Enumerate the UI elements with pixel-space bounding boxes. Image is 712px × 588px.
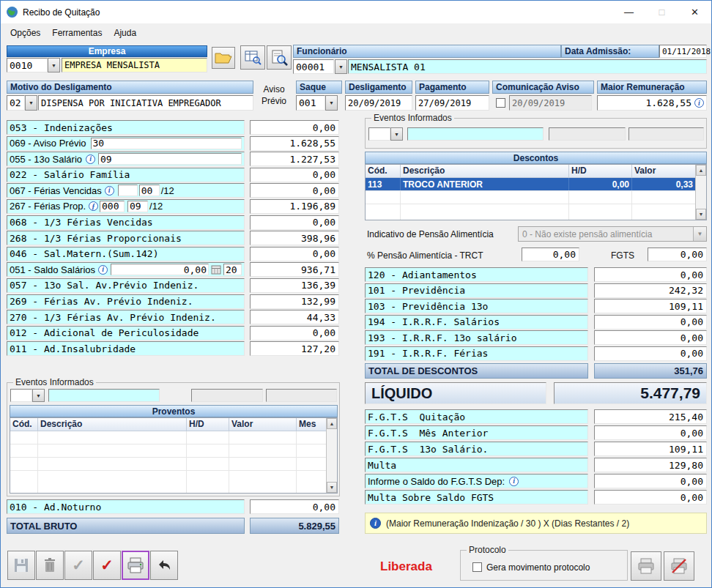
motivo-code-input[interactable]: 02 [7,95,25,111]
protocolo-checkbox[interactable] [472,562,482,572]
ferias-prop-meses-input[interactable]: 000 [100,201,125,212]
descontos-scrollbar[interactable]: ▲ ▼ [695,165,706,220]
saque-input[interactable]: 001 [296,95,325,111]
scroll-up-button[interactable]: ▲ [327,418,337,429]
evento-codigo-spin[interactable]: ▼ [32,389,45,402]
desconto-codigo-input[interactable] [368,127,390,141]
print-button[interactable] [122,551,149,580]
data-admissao-header: Data Admissão: [561,45,659,58]
desligamento-date[interactable]: 20/09/2019 [345,95,412,111]
protocol-print-button[interactable] [631,551,661,581]
avos-suffix: /12 [161,185,174,196]
column-header-cod: Cód. [366,165,401,178]
undo-button[interactable] [150,551,178,580]
search-button[interactable] [267,45,292,70]
maximize-button[interactable]: □ [645,1,678,23]
evento-descricao-input[interactable] [48,389,160,402]
minimize-button[interactable]: — [612,1,645,23]
title-bar: Recibo de Quitação — □ ✕ [1,1,711,23]
verba-row: 268 - 1/3 Férias Proporcionais 398,96 [7,231,339,245]
pagamento-date[interactable]: 27/09/2019 [415,95,489,111]
funcao-icon[interactable]: ƒ [89,201,98,211]
total-bruto-value: 5.829,55 [250,518,339,534]
fgts-label: F.G.T.S Mês Anterior [365,425,588,440]
verba-label: 046 - Sal.Matern.(Sum.142) [7,247,245,261]
ferias-prop-avos-input[interactable]: 09 [127,201,148,212]
verba-label: 270 - 1/3 Férias Av. Prévio Indeniz. [7,310,245,324]
protocol-cancel-button[interactable] [664,551,694,581]
desconto-table-row-selected[interactable]: 113 TROCO ANTERIOR 0,00 0,33 [366,178,695,191]
trash-icon [42,557,57,573]
verba-label-text: 267 - Férias Prop. [10,201,86,212]
info-icon[interactable]: i [694,98,704,108]
close-button[interactable]: ✕ [678,1,711,23]
save-button[interactable] [7,551,35,580]
comunicacao-date[interactable]: 20/09/2019 [509,95,592,111]
delete-button[interactable] [36,551,64,580]
fgts-list: F.G.T.S Quitação 215,40 F.G.T.S Mês Ante… [365,409,707,506]
info-icon[interactable]: i [86,155,95,164]
empresa-code-spin[interactable]: ▼ [48,58,60,72]
report-button[interactable] [240,45,265,70]
ferias-vencidas-meses-input[interactable] [118,185,138,196]
desconto-value: 242,32 [594,283,707,298]
desconto-codigo-spin[interactable]: ▼ [390,127,403,141]
descontos-list: 120 - Adiantamentos 0,00 101 - Previdênc… [365,267,707,362]
menu-item-ferramentas[interactable]: Ferramentas [46,25,108,41]
decimo-avos-input[interactable]: 09 [98,153,242,165]
comunicacao-checkbox[interactable] [496,98,505,108]
data-admissao-value[interactable]: 01/11/2018 [659,45,707,58]
info-icon: i [370,518,381,529]
motivo-code-spin[interactable]: ▼ [25,95,37,111]
floppy-icon [13,557,29,573]
verba-label: 057 - 13o Sal. Av.Prévio Indeniz. [7,278,245,293]
fgts-row: Multa Sobre Saldo FGTS 0,00 [365,490,707,505]
confirm-button-disabled[interactable]: ✓ [64,551,92,580]
menu-bar: Opções Ferramentas Ajuda [1,23,711,42]
verba-row: 067 - Férias Vencidas i 00 /12 0,00 [7,183,339,198]
scroll-up-button[interactable]: ▲ [696,165,706,176]
pensao-indicativo-value: 0 - Não existe pensão alimentícia [522,229,652,239]
empresa-code-input[interactable]: 0010 [7,58,48,72]
empresa-name-input[interactable]: EMPRESA MENSALISTA [62,58,207,72]
verba-label: 269 - Férias Av. Prévio Indeniz. [7,294,245,309]
pensao-indicativo-select[interactable]: 0 - Não existe pensão alimentícia ▼ [518,226,707,242]
pensao-pct-input[interactable]: 0,00 [522,248,579,261]
desconto-row: 120 - Adiantamentos 0,00 [365,267,707,282]
scroll-down-button[interactable]: ▼ [327,482,337,493]
calendar-icon[interactable] [211,265,221,275]
desconto-row: 193 - I.R.R.F. 13o salário 0,00 [365,330,707,345]
search-icon [270,50,288,66]
funcionario-code-input[interactable]: 00001 [293,59,334,74]
saldo-dias-input[interactable]: 20 [223,264,242,275]
protocolo-checkbox-label: Gera movimento protocolo [486,562,590,573]
saldo-salario-input[interactable]: 0,00 [111,264,209,275]
info-icon[interactable]: i [98,265,108,275]
fgts-trct-input[interactable]: 0,00 [648,248,707,261]
aviso-previo-dias-input[interactable]: 30 [91,138,242,149]
verba-row: 269 - Férias Av. Prévio Indeniz. 132,99 [7,294,339,309]
column-header-valor: Valor [229,418,297,431]
pagamento-header: Pagamento [415,81,489,94]
verba-value: 127,20 [250,341,339,356]
comunicacao-header: Comunicação Aviso [492,81,594,94]
info-icon[interactable]: i [509,477,519,486]
info-icon[interactable]: i [105,186,114,196]
verba-row-adnoturno: 010 - Ad.Noturno 0,00 [7,499,339,514]
fgts-row: Multa 129,80 [365,458,707,472]
release-button[interactable]: ✓ [93,551,121,580]
saque-spin[interactable]: ▼ [325,95,338,111]
proventos-scrollbar[interactable]: ▲ ▼ [326,418,337,493]
desconto-descricao-input[interactable] [407,127,544,141]
menu-item-ajuda[interactable]: Ajuda [108,25,142,41]
evento-codigo-input[interactable] [10,389,32,402]
funcionario-code-spin[interactable]: ▼ [335,59,347,74]
motivo-descricao-input[interactable]: DISPENSA POR INICIATIVA EMPREGADOR [38,95,253,111]
open-company-button[interactable] [212,47,235,69]
fgts-saldo-input[interactable]: 0,00 [594,474,707,488]
menu-item-opcoes[interactable]: Opções [4,25,46,41]
verba-value: 936,71 [250,262,339,277]
scroll-down-button[interactable]: ▼ [696,209,706,220]
funcionario-name-input[interactable]: MENSALISTA 01 [348,59,707,74]
ferias-vencidas-avos-input[interactable]: 00 [139,185,160,196]
